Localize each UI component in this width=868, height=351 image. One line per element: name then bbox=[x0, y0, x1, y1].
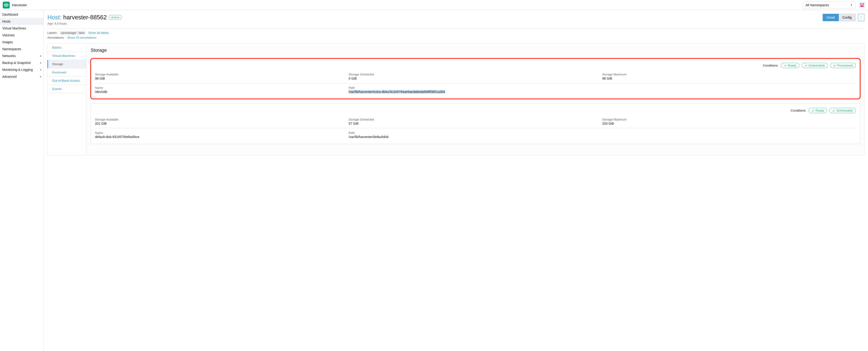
label-tag: cpumanager : false bbox=[60, 31, 86, 35]
content-split: BasicsVirtual MachinesStorageKsmtunedOut… bbox=[48, 43, 864, 155]
topbar: Harvester All Namespaces ▼ bbox=[0, 0, 868, 10]
metric-avail: Storage Available201 GiB bbox=[95, 118, 349, 125]
chevron-down-icon: ▼ bbox=[850, 4, 852, 6]
metric-max: Storage Maximum98 GiB bbox=[602, 73, 856, 80]
page-header: Host: harvester-88562 Active Age: 4.5 ho… bbox=[48, 14, 864, 25]
chevron-down-icon: ▾ bbox=[40, 55, 41, 57]
metric-max: Storage Maximum203 GiB bbox=[602, 118, 856, 125]
user-menu[interactable] bbox=[859, 2, 865, 8]
sidebar-item-networks[interactable]: Networks▾ bbox=[0, 53, 43, 59]
conditions-row: Conditions:ReadySchedulable bbox=[95, 108, 856, 113]
storage-disk-card: Conditions:ReadySchedulableProvisionedSt… bbox=[91, 58, 860, 99]
condition-pill-schedulable: Schedulable bbox=[829, 108, 856, 113]
actions-menu-button[interactable]: ⋮ bbox=[858, 14, 864, 21]
sidebar-item-label: Networks bbox=[2, 54, 16, 58]
sidebar: DashboardHostsVirtual MachinesVolumesIma… bbox=[0, 10, 44, 351]
sidebar-item-monitoring-logging[interactable]: Monitoring & Logging▾ bbox=[0, 66, 43, 73]
condition-pill-provisioned: Provisioned bbox=[830, 63, 856, 68]
storage-metrics-row: Storage Available98 GiBStorage Scheduled… bbox=[95, 73, 856, 80]
sidebar-item-label: Images bbox=[2, 40, 13, 44]
tab-storage[interactable]: Storage bbox=[48, 60, 86, 68]
sidebar-item-label: Advanced bbox=[2, 75, 17, 78]
show-annotations-link[interactable]: Show 22 annotations bbox=[67, 36, 96, 39]
condition-pill-ready: Ready bbox=[809, 108, 827, 113]
sidebar-item-label: Namespaces bbox=[2, 47, 21, 51]
main: Host: harvester-88562 Active Age: 4.5 ho… bbox=[44, 10, 868, 351]
sidebar-item-label: Monitoring & Logging bbox=[2, 68, 33, 71]
sidebar-item-label: Volumes bbox=[2, 33, 15, 37]
brand-name: Harvester bbox=[12, 3, 27, 7]
storage-identity-row: Namedefault-disk-831957f4ef4a5bcePath/va… bbox=[95, 131, 856, 139]
sidebar-item-label: Backup & Snapshot bbox=[2, 61, 31, 65]
show-all-labels-link[interactable]: Show all labels bbox=[88, 31, 109, 34]
sidebar-item-advanced[interactable]: Advanced▾ bbox=[0, 73, 43, 80]
chevron-down-icon: ▾ bbox=[40, 75, 41, 78]
labels-prefix: Labels: bbox=[48, 31, 58, 34]
tab-out-of-band-access[interactable]: Out-of-Band Access bbox=[48, 76, 86, 85]
svg-rect-1 bbox=[860, 3, 862, 5]
annotations-prefix: Annotations: bbox=[48, 36, 65, 39]
conditions-label: Conditions: bbox=[791, 109, 806, 112]
tab-ksmtuned[interactable]: Ksmtuned bbox=[48, 68, 86, 76]
conditions-row: Conditions:ReadySchedulableProvisioned bbox=[95, 63, 856, 68]
storage-disk-card: Conditions:ReadySchedulableStorage Avail… bbox=[91, 103, 860, 144]
sidebar-item-backup-snapshot[interactable]: Backup & Snapshot▾ bbox=[0, 59, 43, 66]
disk-name: Namedefault-disk-831957f4ef4a5bce bbox=[95, 131, 349, 139]
user-glyph-icon bbox=[860, 3, 864, 7]
sidebar-item-volumes[interactable]: Volumes bbox=[0, 32, 43, 39]
tab-column: BasicsVirtual MachinesStorageKsmtunedOut… bbox=[48, 43, 87, 155]
namespace-select-value: All Namespaces bbox=[806, 3, 829, 7]
disk-name: Name/dev/sdb bbox=[95, 86, 349, 94]
panel-heading: Storage bbox=[91, 47, 860, 53]
storage-metrics-row: Storage Available201 GiBStorage Schedule… bbox=[95, 118, 856, 125]
host-name: harvester-88562 bbox=[63, 14, 107, 21]
tab-basics[interactable]: Basics bbox=[48, 43, 86, 52]
sidebar-item-images[interactable]: Images bbox=[0, 39, 43, 45]
storage-panel: Storage Conditions:ReadySchedulableProvi… bbox=[87, 43, 864, 155]
svg-rect-3 bbox=[860, 5, 864, 7]
chevron-down-icon: ▾ bbox=[40, 62, 41, 64]
labels-row: Labels: cpumanager : false Show all labe… bbox=[48, 31, 864, 34]
annotations-row: Annotations: Show 22 annotations bbox=[48, 36, 864, 39]
tab-virtual-machines[interactable]: Virtual Machines bbox=[48, 52, 86, 60]
tab-events[interactable]: Events bbox=[48, 85, 86, 93]
age-text: Age: 4.5 hours bbox=[48, 22, 122, 25]
sidebar-item-virtual-machines[interactable]: Virtual Machines bbox=[0, 25, 43, 32]
metric-sched: Storage Scheduled0 GiB bbox=[349, 73, 602, 80]
harvester-icon bbox=[4, 3, 9, 8]
sidebar-item-label: Dashboard bbox=[2, 13, 18, 16]
metric-avail: Storage Available98 GiB bbox=[95, 73, 349, 80]
topbar-right: All Namespaces ▼ bbox=[803, 1, 865, 9]
sidebar-item-namespaces[interactable]: Namespaces bbox=[0, 45, 43, 53]
storage-identity-row: Name/dev/sdbPath/var/lib/harvester/extra… bbox=[95, 86, 856, 94]
metric-sched: Storage Scheduled57 GiB bbox=[349, 118, 602, 125]
disk-path: Path/var/lib/harvester/extra-disks/3c2e9… bbox=[349, 86, 856, 94]
conditions-label: Conditions: bbox=[763, 64, 778, 67]
chevron-down-icon: ▾ bbox=[40, 68, 41, 71]
title-prefix: Host: bbox=[48, 14, 61, 21]
config-button[interactable]: Config bbox=[839, 14, 856, 21]
sidebar-item-dashboard[interactable]: Dashboard bbox=[0, 11, 43, 18]
divider bbox=[95, 128, 856, 128]
condition-pill-schedulable: Schedulable bbox=[802, 63, 828, 68]
namespace-select[interactable]: All Namespaces ▼ bbox=[803, 1, 856, 9]
status-badge: Active bbox=[108, 15, 122, 20]
condition-pill-ready: Ready bbox=[781, 63, 799, 68]
sidebar-item-label: Hosts bbox=[2, 20, 10, 23]
svg-rect-2 bbox=[863, 3, 864, 5]
sidebar-item-label: Virtual Machines bbox=[2, 27, 26, 30]
header-actions: Detail Config ⋮ bbox=[823, 14, 864, 21]
disk-path: Path/var/lib/harvester/defaultdisk bbox=[349, 131, 856, 139]
brand-group: Harvester bbox=[3, 2, 27, 8]
sidebar-item-hosts[interactable]: Hosts bbox=[0, 18, 43, 25]
brand-logo bbox=[3, 2, 10, 8]
detail-button[interactable]: Detail bbox=[823, 14, 839, 21]
